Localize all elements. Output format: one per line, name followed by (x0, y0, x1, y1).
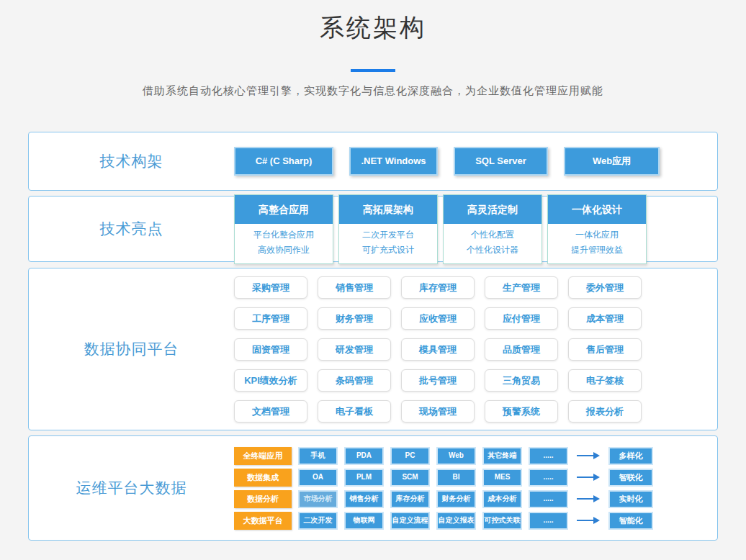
highlight-cards: 高整合应用 平台化整合应用 高效协同作业 高拓展架构 二次开发平台 可扩充式设计… (234, 194, 647, 264)
more-dots-button[interactable]: ..... (529, 490, 568, 508)
module-button[interactable]: 应收管理 (401, 307, 475, 330)
card-body: 个性化配置 个性化设计器 (444, 224, 541, 263)
module-button[interactable]: 工序管理 (234, 307, 307, 330)
category-button[interactable]: 全终端应用 (234, 447, 292, 465)
card-title: 高拓展架构 (339, 195, 437, 224)
mini-button[interactable]: 自定义报表 (436, 512, 476, 530)
result-button[interactable]: 多样化 (608, 447, 653, 465)
module-button[interactable]: 销售管理 (318, 276, 391, 299)
tech-button[interactable]: Web应用 (564, 147, 660, 176)
mini-button[interactable]: 二次开发 (298, 512, 338, 530)
mini-button[interactable]: OA (298, 469, 338, 487)
bigdata-rows: 全终端应用 手机 PDA PC Web 其它终端 ..... 多样化 数据集成 … (234, 447, 653, 530)
module-button[interactable]: 售后管理 (568, 338, 642, 361)
card-line: 个性化设计器 (444, 243, 541, 258)
tech-button[interactable]: .NET Windows (349, 147, 438, 176)
module-grid-row: 固资管理 研发管理 模具管理 品质管理 售后管理 (234, 338, 642, 361)
category-button[interactable]: 大数据平台 (234, 512, 292, 530)
module-button[interactable]: 财务管理 (318, 307, 391, 330)
module-button[interactable]: 电子看板 (318, 400, 391, 423)
card-line: 个性化配置 (444, 227, 541, 243)
module-button[interactable]: 委外管理 (568, 276, 642, 299)
module-button[interactable]: 三角贸易 (485, 369, 558, 392)
mini-button[interactable]: 市场分析 (298, 490, 338, 508)
module-button[interactable]: 报表分析 (568, 400, 642, 423)
mini-button[interactable]: 自定义流程 (390, 512, 430, 530)
mini-button[interactable]: MES (482, 469, 522, 487)
mini-button[interactable]: 财务分析 (436, 490, 476, 508)
module-button[interactable]: 应付管理 (485, 307, 558, 330)
card-line: 可扩充式设计 (339, 243, 437, 258)
mini-button[interactable]: 物联网 (344, 512, 384, 530)
category-button[interactable]: 数据集成 (234, 469, 292, 487)
title-divider (351, 69, 395, 72)
module-button[interactable]: 文档管理 (234, 400, 307, 423)
tech-button[interactable]: C# (C Sharp) (234, 147, 333, 176)
mini-button[interactable]: 销售分析 (344, 490, 384, 508)
section-label: 技术构架 (29, 151, 234, 171)
card-line: 二次开发平台 (339, 227, 437, 243)
module-button[interactable]: 成本管理 (568, 307, 642, 330)
more-dots-button[interactable]: ..... (529, 447, 568, 465)
bigdata-row: 全终端应用 手机 PDA PC Web 其它终端 ..... 多样化 (234, 447, 653, 465)
section-label: 运维平台大数据 (29, 478, 234, 498)
result-button[interactable]: 智联化 (608, 469, 653, 487)
mini-button[interactable]: 手机 (298, 447, 338, 465)
section-label: 技术亮点 (29, 219, 234, 239)
section-tech-stack: 技术构架 C# (C Sharp) .NET Windows SQL Serve… (28, 132, 718, 191)
mini-button[interactable]: 库存分析 (390, 490, 430, 508)
bigdata-row: 数据分析 市场分析 销售分析 库存分析 财务分析 成本分析 ..... 实时化 (234, 490, 653, 508)
more-dots-button[interactable]: ..... (529, 469, 568, 487)
category-button[interactable]: 数据分析 (234, 490, 292, 508)
more-dots-button[interactable]: ..... (529, 512, 568, 530)
module-button[interactable]: 品质管理 (485, 338, 558, 361)
mini-button[interactable]: SCM (390, 469, 430, 487)
module-button[interactable]: 研发管理 (318, 338, 391, 361)
card-title: 高整合应用 (235, 195, 333, 224)
module-button[interactable]: 固资管理 (234, 338, 307, 361)
module-button[interactable]: 生产管理 (485, 276, 558, 299)
card-line: 提升管理效益 (548, 243, 646, 258)
section-highlights: 技术亮点 高整合应用 平台化整合应用 高效协同作业 高拓展架构 二次开发平台 可… (28, 196, 718, 262)
result-button[interactable]: 智能化 (608, 512, 653, 530)
mini-button[interactable]: Web (436, 447, 476, 465)
mini-button[interactable]: 成本分析 (482, 490, 522, 508)
module-button[interactable]: 采购管理 (234, 276, 307, 299)
section-platform: 数据协同平台 采购管理 销售管理 库存管理 生产管理 委外管理 工序管理 财务管… (28, 268, 718, 430)
mini-button[interactable]: PDA (344, 447, 384, 465)
module-button[interactable]: KPI绩效分析 (234, 369, 307, 392)
module-button[interactable]: 预警系统 (485, 400, 558, 423)
module-button[interactable]: 电子签核 (568, 369, 642, 392)
module-grid-row: 工序管理 财务管理 应收管理 应付管理 成本管理 (234, 307, 642, 330)
page-header: 系统架构 借助系统自动化核心管理引擎，实现数字化与信息化深度融合，为企业数值化管… (0, 0, 746, 98)
card-body: 平台化整合应用 高效协同作业 (235, 224, 333, 263)
card-body: 一体化应用 提升管理效益 (548, 224, 646, 263)
arrow-right-icon (577, 474, 600, 481)
module-grid-row: 采购管理 销售管理 库存管理 生产管理 委外管理 (234, 276, 642, 299)
mini-button[interactable]: BI (436, 469, 476, 487)
module-button[interactable]: 批号管理 (401, 369, 475, 392)
highlight-card: 高拓展架构 二次开发平台 可扩充式设计 (338, 194, 438, 264)
card-body: 二次开发平台 可扩充式设计 (339, 224, 437, 263)
page-subtitle: 借助系统自动化核心管理引擎，实现数字化与信息化深度融合，为企业数值化管理应用赋能 (0, 84, 746, 98)
arrow-right-icon (577, 452, 600, 459)
card-title: 一体化设计 (548, 195, 646, 224)
module-button[interactable]: 库存管理 (401, 276, 475, 299)
mini-button[interactable]: PC (390, 447, 430, 465)
highlight-card: 一体化设计 一体化应用 提升管理效益 (547, 194, 647, 264)
result-button[interactable]: 实时化 (608, 490, 653, 508)
module-grid-row: 文档管理 电子看板 现场管理 预警系统 报表分析 (234, 400, 642, 423)
highlight-card: 高灵活定制 个性化配置 个性化设计器 (443, 194, 542, 264)
tech-button[interactable]: SQL Server (454, 147, 548, 176)
module-button[interactable]: 条码管理 (318, 369, 391, 392)
module-button[interactable]: 模具管理 (401, 338, 475, 361)
mini-button[interactable]: PLM (344, 469, 384, 487)
card-title: 高灵活定制 (444, 195, 541, 224)
module-button[interactable]: 现场管理 (401, 400, 475, 423)
card-line: 平台化整合应用 (235, 227, 333, 243)
mini-button[interactable]: 可控式关联 (482, 512, 522, 530)
mini-button[interactable]: 其它终端 (482, 447, 522, 465)
highlight-card: 高整合应用 平台化整合应用 高效协同作业 (234, 194, 333, 264)
arrow-right-icon (577, 517, 600, 524)
card-line: 一体化应用 (548, 227, 646, 243)
